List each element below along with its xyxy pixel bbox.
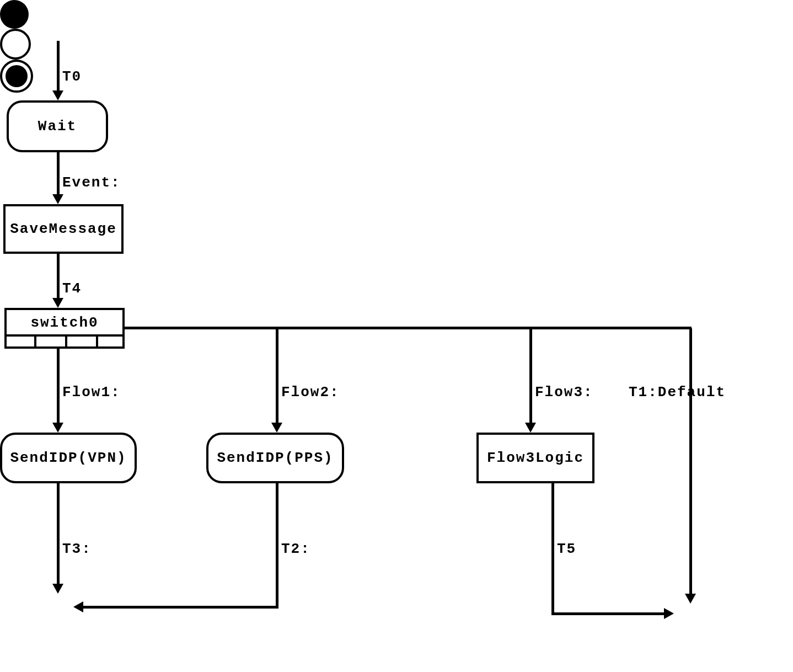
merge-node — [0, 29, 31, 60]
edge-t0-line — [57, 41, 60, 92]
edge-t5-label: T5 — [557, 541, 576, 557]
edge-flow2-line — [276, 328, 278, 424]
save-message-label: SaveMessage — [10, 221, 117, 237]
edge-flow2-label: Flow2: — [281, 384, 340, 401]
send-idp-pps-label: SendIDP(PPS) — [217, 450, 333, 466]
wait-node: Wait — [7, 100, 108, 152]
edge-flow3-line — [529, 328, 532, 424]
edge-t0-label: T0 — [62, 68, 82, 85]
wait-label: Wait — [38, 118, 77, 135]
switch0-label: switch0 — [30, 314, 98, 331]
switch0-hout — [125, 327, 692, 329]
edge-flow3-arrowhead — [525, 423, 536, 433]
edge-t4-label: T4 — [62, 280, 82, 297]
edge-flow1-label: Flow1: — [62, 384, 121, 401]
send-idp-vpn-node: SendIDP(VPN) — [0, 433, 137, 483]
edge-flow2-arrowhead — [271, 423, 282, 433]
edge-t3-arrowhead — [52, 584, 63, 594]
edge-t0-arrowhead — [52, 90, 63, 100]
edge-event-label: Event: — [62, 174, 121, 191]
edge-t5-arrowhead — [664, 608, 674, 619]
start-node — [0, 0, 29, 29]
edge-flow1-arrowhead — [52, 423, 63, 433]
edge-t4-arrowhead — [52, 298, 63, 308]
final-node — [0, 60, 33, 93]
switch0-div3 — [96, 334, 98, 346]
send-idp-vpn-label: SendIDP(VPN) — [10, 450, 126, 466]
edge-event-line — [57, 152, 60, 195]
edge-t2-hline — [83, 606, 278, 609]
edge-flow1-line — [57, 349, 60, 424]
edge-t5-vline — [551, 483, 554, 614]
edge-t1-label: T1:Default — [629, 384, 726, 401]
edge-t3-label: T3: — [62, 541, 92, 557]
edge-t3-line — [57, 483, 60, 585]
edge-t2-vline — [276, 483, 278, 607]
switch0-div1 — [34, 334, 36, 346]
save-message-node: SaveMessage — [3, 204, 124, 254]
edge-t4-line — [57, 254, 60, 299]
edge-t1-arrowhead — [685, 594, 696, 604]
switch0-node: switch0 — [4, 308, 125, 349]
flow3logic-node: Flow3Logic — [476, 433, 594, 483]
edge-flow3-label: Flow3: — [535, 384, 593, 401]
edge-t2-arrowhead — [73, 601, 83, 612]
edge-t1-line — [689, 328, 692, 595]
final-node-inner — [6, 65, 28, 87]
send-idp-pps-node: SendIDP(PPS) — [206, 433, 344, 483]
switch0-div2 — [65, 334, 67, 346]
flow3logic-label: Flow3Logic — [487, 450, 584, 466]
switch0-hline — [7, 334, 122, 337]
edge-t5-hline — [551, 612, 665, 615]
edge-event-arrowhead — [52, 194, 63, 204]
edge-t2-label: T2: — [281, 541, 310, 557]
